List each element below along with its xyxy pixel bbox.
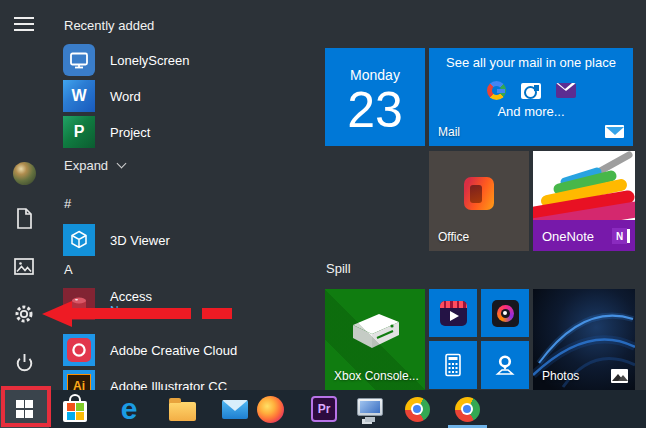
- tile-grid: Monday 23 See all your mail in one place…: [325, 0, 646, 390]
- calendar-weekday: Monday: [325, 67, 425, 83]
- monitor-icon: [357, 398, 383, 416]
- office-tile-label: Office: [438, 230, 469, 244]
- app-list: Recently added LonelyScreen W Word P Pro…: [63, 0, 321, 390]
- power-icon: [14, 352, 35, 373]
- word-icon: W: [63, 80, 95, 112]
- app-label: LonelyScreen: [110, 53, 190, 68]
- maps-icon: [493, 353, 517, 377]
- app-row-word[interactable]: W Word: [63, 80, 321, 112]
- documents-button[interactable]: [4, 198, 44, 238]
- taskbar-firefox-button[interactable]: [253, 390, 287, 428]
- settings-button[interactable]: [4, 294, 44, 334]
- user-button[interactable]: [4, 153, 44, 193]
- tile-calendar[interactable]: Monday 23: [325, 48, 425, 146]
- tile-maps[interactable]: [481, 341, 529, 389]
- tile-calculator[interactable]: [429, 341, 477, 389]
- photos-tile-label: Photos: [542, 369, 579, 383]
- calculator-icon: [443, 353, 463, 377]
- app-label: Word: [110, 89, 141, 104]
- onenote-art: [533, 151, 635, 223]
- app-row-3d-viewer[interactable]: 3D Viewer: [63, 224, 321, 256]
- app-label: Adobe Illustrator CC: [110, 379, 227, 391]
- tile-onenote[interactable]: OneNote N: [533, 151, 635, 251]
- windows-logo-icon: [16, 400, 34, 418]
- windows-start-screen: Recently added LonelyScreen W Word P Pro…: [0, 0, 646, 428]
- taskbar-store-button[interactable]: [58, 390, 92, 428]
- menu-button[interactable]: [4, 4, 44, 44]
- outlook-icon: [521, 83, 541, 99]
- project-icon: P: [63, 116, 95, 148]
- annotation-arrow-tail: [202, 308, 232, 319]
- office-logo-icon: [464, 177, 494, 210]
- tile-group-header[interactable]: Spill: [326, 261, 351, 276]
- taskbar: e Pr: [0, 390, 646, 428]
- mail-app-icon: [222, 400, 248, 419]
- groove-music-icon: [492, 300, 519, 327]
- pictures-button[interactable]: [4, 246, 44, 286]
- taskbar-edge-button[interactable]: e: [112, 390, 146, 428]
- app-row-adobe-illustrator[interactable]: Ai Adobe Illustrator CC: [63, 370, 321, 390]
- chrome-icon: [455, 397, 480, 422]
- mail-headline: See all your mail in one place: [429, 55, 633, 70]
- adobe-creative-cloud-icon: [63, 334, 95, 366]
- xbox-tile-label: Xbox Console...: [334, 369, 419, 383]
- mail-icon: [605, 125, 624, 138]
- mail-more-text: And more...: [429, 104, 633, 119]
- onenote-tile-label: OneNote: [542, 229, 594, 244]
- tile-mail[interactable]: See all your mail in one place And more.…: [429, 48, 633, 146]
- chevron-down-icon: [117, 159, 127, 169]
- app-label: Adobe Creative Cloud: [110, 343, 237, 358]
- tile-photos[interactable]: Photos: [533, 289, 635, 390]
- 3d-viewer-icon: [63, 224, 95, 256]
- power-button[interactable]: [4, 342, 44, 382]
- microsoft-store-icon: [63, 401, 87, 422]
- photos-icon: [611, 369, 628, 383]
- edge-icon: e: [121, 394, 138, 424]
- app-row-adobe-creative-cloud[interactable]: Adobe Creative Cloud: [63, 334, 321, 366]
- firefox-icon: [257, 396, 284, 423]
- taskbar-premiere-button[interactable]: Pr: [307, 390, 341, 428]
- onenote-icon: N: [612, 228, 627, 244]
- taskbar-mail-button[interactable]: [218, 390, 252, 428]
- section-header-a[interactable]: A: [64, 262, 73, 277]
- premiere-pro-icon: Pr: [311, 396, 337, 422]
- calendar-day: 23: [325, 85, 425, 135]
- document-icon: [15, 208, 34, 229]
- settings-gear-icon: [13, 303, 35, 325]
- user-avatar: [13, 162, 36, 185]
- app-label: Project: [110, 125, 150, 140]
- app-label: 3D Viewer: [110, 233, 170, 248]
- taskbar-chrome-button-active[interactable]: [450, 390, 484, 428]
- xbox-console-icon: [339, 305, 411, 355]
- app-label: Access: [110, 289, 152, 304]
- recently-added-header: Recently added: [64, 18, 154, 33]
- mail-tile-label: Mail: [438, 125, 460, 139]
- file-explorer-icon: [169, 402, 196, 421]
- chrome-icon: [405, 397, 430, 422]
- tile-groove-music[interactable]: [481, 289, 529, 337]
- tile-xbox-console[interactable]: Xbox Console...: [325, 289, 425, 390]
- adobe-illustrator-icon: Ai: [63, 370, 95, 390]
- tile-movies-tv[interactable]: [429, 289, 477, 337]
- movies-tv-icon: [440, 301, 467, 326]
- section-header-hash[interactable]: #: [64, 196, 71, 211]
- expand-control[interactable]: Expand: [64, 158, 125, 173]
- pictures-icon: [14, 258, 34, 275]
- app-row-project[interactable]: P Project: [63, 116, 321, 148]
- taskbar-lonelyscreen-button[interactable]: [353, 390, 387, 428]
- tile-office[interactable]: Office: [429, 151, 529, 251]
- google-icon: [487, 81, 506, 100]
- taskbar-start-button[interactable]: [0, 390, 49, 428]
- expand-label: Expand: [64, 158, 108, 173]
- app-row-lonelyscreen[interactable]: LonelyScreen: [63, 44, 321, 76]
- hamburger-icon: [14, 13, 34, 35]
- lonelyscreen-icon: [63, 44, 95, 76]
- taskbar-file-explorer-button[interactable]: [165, 390, 199, 428]
- annotation-arrow-icon: [42, 301, 72, 327]
- taskbar-chrome-button[interactable]: [400, 390, 434, 428]
- purple-mail-icon: [556, 83, 576, 98]
- annotation-arrow-body: [70, 308, 191, 319]
- start-rail: [0, 0, 48, 390]
